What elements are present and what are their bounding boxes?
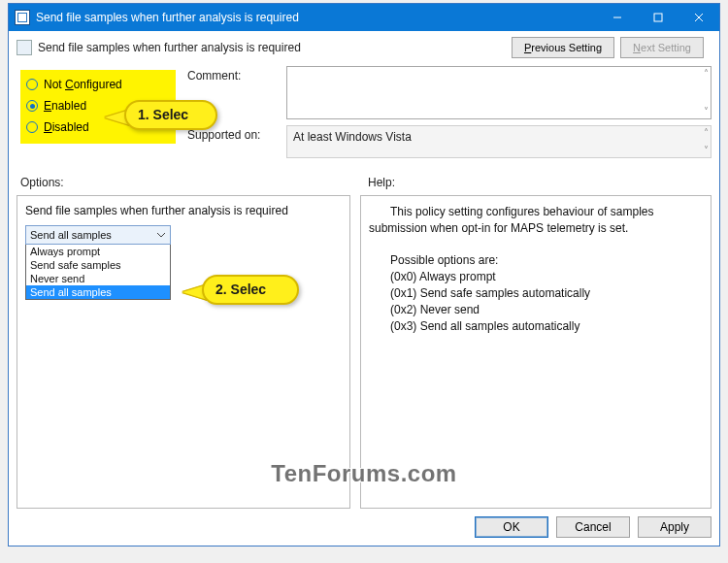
help-option-line: (0x3) Send all samples automatically bbox=[390, 318, 703, 335]
options-panel: Send file samples when further analysis … bbox=[17, 195, 350, 509]
help-option-line: (0x2) Never send bbox=[390, 302, 703, 318]
svg-rect-1 bbox=[654, 14, 662, 21]
ok-button[interactable]: OK bbox=[475, 516, 548, 538]
scroll-up-icon: ˄ bbox=[704, 128, 709, 138]
section-labels-row: Options: Help: bbox=[17, 172, 711, 193]
apply-button[interactable]: Apply bbox=[638, 516, 711, 538]
help-option-line: (0x0) Always prompt bbox=[390, 269, 703, 285]
app-icon bbox=[15, 10, 30, 25]
annotation-step1: 1. Selec bbox=[124, 100, 217, 130]
options-section-label: Options: bbox=[17, 172, 350, 193]
chevron-down-icon bbox=[155, 229, 167, 241]
options-combobox[interactable]: Send all samples bbox=[25, 225, 171, 245]
window-frame: Send file samples when further analysis … bbox=[8, 3, 720, 546]
radio-not-configured[interactable]: Not Configured bbox=[26, 74, 170, 95]
comment-textarea[interactable]: ˄ ˅ bbox=[286, 66, 711, 119]
help-possible-label: Possible options are: bbox=[390, 252, 703, 269]
window-title: Send file samples when further analysis … bbox=[36, 11, 597, 24]
dropdown-item[interactable]: Never send bbox=[26, 272, 170, 285]
dropdown-item[interactable]: Send all samples bbox=[26, 285, 170, 299]
supported-on-box: At least Windows Vista ˄ ˅ bbox=[286, 125, 711, 158]
header-row: Send file samples when further analysis … bbox=[17, 37, 711, 58]
help-lead: This policy setting configures behaviour… bbox=[369, 204, 703, 237]
titlebar: Send file samples when further analysis … bbox=[9, 4, 719, 31]
dialog-buttons: OK Cancel Apply bbox=[17, 509, 711, 538]
fields-column: Comment: ˄ ˅ Supported on: At least Wind… bbox=[187, 66, 711, 164]
scroll-up-icon: ˄ bbox=[704, 69, 709, 79]
radio-icon bbox=[26, 79, 38, 90]
close-button[interactable] bbox=[678, 4, 719, 31]
previous-setting-button[interactable]: Previous Setting bbox=[512, 37, 614, 58]
minimize-button[interactable] bbox=[597, 4, 638, 31]
window-controls bbox=[597, 4, 719, 31]
scroll-down-icon: ˅ bbox=[704, 107, 709, 116]
radio-icon bbox=[26, 121, 38, 133]
policy-icon bbox=[17, 40, 32, 55]
policy-title: Send file samples when further analysis … bbox=[38, 41, 506, 54]
maximize-button[interactable] bbox=[638, 4, 678, 31]
radio-icon bbox=[26, 100, 38, 112]
comment-label: Comment: bbox=[187, 66, 286, 83]
dropdown-item[interactable]: Always prompt bbox=[26, 245, 170, 258]
options-caption: Send file samples when further analysis … bbox=[25, 204, 342, 217]
help-option-line: (0x1) Send safe samples automatically bbox=[390, 285, 703, 302]
supported-on-value: At least Windows Vista bbox=[293, 130, 412, 144]
annotation-step2: 2. Selec bbox=[202, 275, 299, 305]
client-area: Send file samples when further analysis … bbox=[9, 31, 719, 546]
panels-row: Send file samples when further analysis … bbox=[17, 195, 711, 509]
help-panel: This policy setting configures behaviour… bbox=[360, 195, 711, 509]
help-section-label: Help: bbox=[364, 172, 711, 193]
scroll-down-icon: ˅ bbox=[704, 146, 709, 155]
options-dropdown: Always prompt Send safe samples Never se… bbox=[25, 245, 171, 300]
combobox-value: Send all samples bbox=[30, 229, 112, 241]
dropdown-item[interactable]: Send safe samples bbox=[26, 258, 170, 272]
cancel-button[interactable]: Cancel bbox=[556, 516, 630, 538]
next-setting-button[interactable]: Next Setting bbox=[620, 37, 704, 58]
